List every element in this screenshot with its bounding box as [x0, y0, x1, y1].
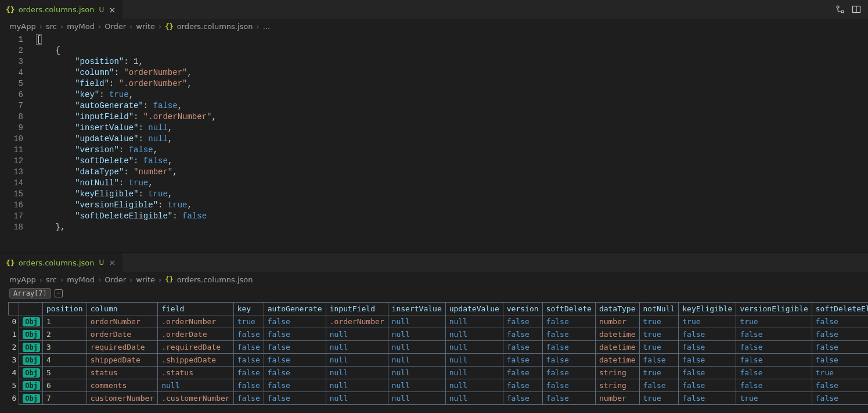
table-cell[interactable]: .customerNumber	[158, 392, 233, 405]
table-cell[interactable]: 1	[43, 315, 87, 328]
table-cell[interactable]: true	[639, 328, 679, 341]
code-line[interactable]: "updateValue": null,	[36, 134, 868, 145]
table-cell[interactable]: false	[679, 367, 736, 379]
code-line[interactable]: [	[36, 34, 868, 45]
table-cell[interactable]: null	[388, 367, 445, 379]
breadcrumb-segment[interactable]: myApp	[9, 275, 36, 284]
table-cell[interactable]: false	[503, 392, 542, 405]
table-cell[interactable]: orderNumber	[87, 315, 158, 328]
breadcrumb-segment[interactable]: myMod	[67, 275, 95, 284]
table-cell[interactable]: true	[736, 315, 812, 328]
table-cell[interactable]: null	[445, 379, 503, 392]
table-cell[interactable]: null	[388, 315, 445, 328]
table-cell[interactable]: null	[445, 367, 503, 379]
code-line[interactable]: "version": false,	[36, 145, 868, 156]
table-cell[interactable]: true	[639, 341, 679, 354]
column-header[interactable]: versionEligible	[736, 303, 812, 315]
collapse-button[interactable]: −	[55, 289, 63, 297]
table-cell[interactable]: requiredDate	[87, 341, 158, 354]
breadcrumb-segment[interactable]: Order	[105, 275, 126, 284]
table-cell[interactable]: false	[542, 367, 595, 379]
table-cell[interactable]: null	[326, 392, 388, 405]
breadcrumb-more[interactable]: ...	[263, 22, 270, 31]
table-cell[interactable]: null	[326, 379, 388, 392]
table-cell[interactable]: false	[542, 315, 595, 328]
table-cell[interactable]: false	[264, 367, 326, 379]
table-cell[interactable]: false	[264, 392, 326, 405]
table-cell[interactable]: comments	[87, 379, 158, 392]
table-cell[interactable]: null	[388, 328, 445, 341]
table-cell[interactable]: true	[639, 367, 679, 379]
table-cell[interactable]: false	[233, 341, 264, 354]
code-line[interactable]: "position": 1,	[36, 56, 868, 67]
table-cell[interactable]: false	[639, 379, 679, 392]
table-cell[interactable]: false	[264, 379, 326, 392]
table-cell[interactable]: .status	[158, 367, 233, 379]
table-cell[interactable]: false	[679, 379, 736, 392]
object-pill[interactable]: Obj	[23, 368, 40, 378]
code-line[interactable]: },	[36, 222, 868, 233]
table-cell[interactable]: 5	[43, 367, 87, 379]
table-cell[interactable]: .requiredDate	[158, 341, 233, 354]
code-line[interactable]: "notNull": true,	[36, 178, 868, 189]
tab-close-button[interactable]: ×	[107, 5, 117, 15]
column-header[interactable]: softDeleteEligible	[812, 303, 868, 315]
breadcrumb-file[interactable]: orders.columns.json	[177, 275, 253, 284]
table-cell[interactable]: null	[388, 379, 445, 392]
object-pill[interactable]: Obj	[23, 317, 40, 326]
breadcrumb-file[interactable]: orders.columns.json	[177, 22, 253, 31]
table-cell[interactable]: false	[812, 354, 868, 367]
compare-changes-icon[interactable]	[835, 5, 845, 14]
table-cell[interactable]: true	[679, 315, 736, 328]
object-pill[interactable]: Obj	[23, 394, 40, 403]
table-cell[interactable]: true	[639, 315, 679, 328]
column-header[interactable]: field	[158, 303, 233, 315]
code-line[interactable]: "insertValue": null,	[36, 123, 868, 134]
table-cell[interactable]: false	[736, 379, 812, 392]
editor-content[interactable]: [ { "position": 1, "column": "orderNumbe…	[36, 34, 868, 253]
table-cell[interactable]: false	[679, 341, 736, 354]
table-cell[interactable]: string	[595, 379, 639, 392]
table-cell[interactable]: false	[233, 354, 264, 367]
table-cell[interactable]: false	[264, 315, 326, 328]
table-cell[interactable]: null	[445, 392, 503, 405]
breadcrumb-segment[interactable]: Order	[105, 22, 126, 31]
table-cell[interactable]: false	[264, 341, 326, 354]
table-cell[interactable]: number	[595, 315, 639, 328]
table-cell[interactable]: 7	[43, 392, 87, 405]
code-line[interactable]: "field": ".orderNumber",	[36, 78, 868, 89]
table-cell[interactable]: false	[233, 328, 264, 341]
table-cell[interactable]: null	[388, 341, 445, 354]
code-line[interactable]: "column": "orderNumber",	[36, 67, 868, 78]
code-line[interactable]: "autoGenerate": false,	[36, 100, 868, 112]
table-cell[interactable]: false	[233, 379, 264, 392]
table-cell[interactable]: false	[503, 315, 542, 328]
table-cell[interactable]: 6	[43, 379, 87, 392]
table-cell[interactable]: .shippedDate	[158, 354, 233, 367]
table-cell[interactable]: false	[736, 341, 812, 354]
table-cell[interactable]: null	[388, 354, 445, 367]
table-cell[interactable]: false	[679, 328, 736, 341]
table-cell[interactable]: datetime	[595, 354, 639, 367]
column-header[interactable]: key	[233, 303, 264, 315]
table-cell[interactable]: 3	[43, 341, 87, 354]
table-cell[interactable]: customerNumber	[87, 392, 158, 405]
table-cell[interactable]: false	[679, 392, 736, 405]
column-header[interactable]: column	[87, 303, 158, 315]
table-cell[interactable]: 4	[43, 354, 87, 367]
table-cell[interactable]: false	[812, 379, 868, 392]
table-cell[interactable]: true	[639, 392, 679, 405]
table-cell[interactable]: .orderNumber	[158, 315, 233, 328]
table-cell[interactable]: null	[445, 328, 503, 341]
column-header[interactable]: notNull	[639, 303, 679, 315]
object-pill[interactable]: Obj	[23, 330, 40, 339]
column-header[interactable]: updateValue	[445, 303, 503, 315]
code-line[interactable]: {	[36, 45, 868, 56]
breadcrumb-segment[interactable]: write	[136, 22, 155, 31]
code-line[interactable]: "keyEligible": true,	[36, 189, 868, 200]
column-header[interactable]: version	[503, 303, 542, 315]
column-header[interactable]: autoGenerate	[264, 303, 326, 315]
column-header[interactable]: position	[43, 303, 87, 315]
table-cell[interactable]: true	[812, 367, 868, 379]
object-pill[interactable]: Obj	[23, 355, 40, 365]
